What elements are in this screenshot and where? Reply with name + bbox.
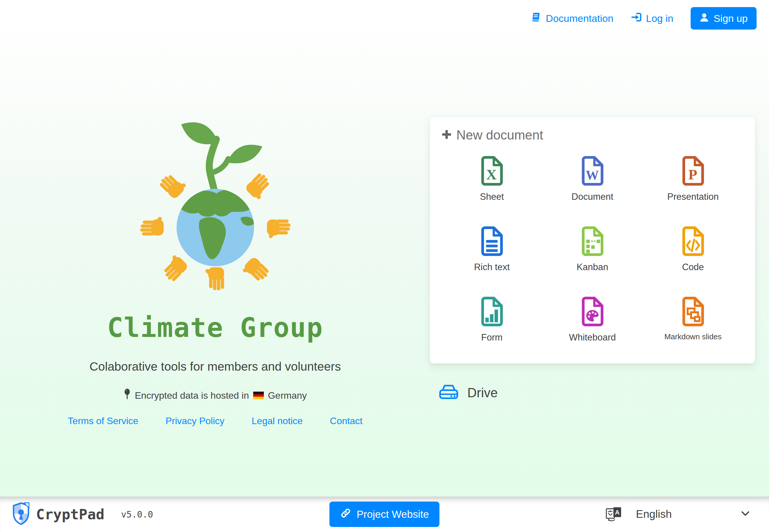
hosted-text: Encrypted data is hosted in: [135, 390, 249, 401]
drive-link[interactable]: Drive: [438, 384, 498, 402]
new-kanban-button[interactable]: Kanban: [542, 222, 643, 292]
richtext-label: Rich text: [474, 262, 510, 273]
cryptpad-home-link[interactable]: CryptPad v5.0.0: [12, 502, 153, 526]
signup-label: Sign up: [714, 13, 748, 24]
signup-button[interactable]: Sign up: [691, 7, 757, 30]
new-sheet-button[interactable]: X Sheet: [442, 151, 542, 222]
document-label: Document: [572, 192, 613, 202]
language-value: English: [636, 508, 672, 520]
documentation-label: Documentation: [546, 13, 613, 24]
new-document-header: New document: [442, 128, 743, 142]
whiteboard-file-icon: [580, 296, 605, 327]
form-file-icon: [480, 296, 504, 327]
hero: Climate Group Colaborative tools for mem…: [0, 0, 430, 426]
instance-title: Climate Group: [107, 312, 323, 343]
topbar: Documentation Log in Sign up: [531, 7, 757, 30]
new-code-button[interactable]: Code: [643, 222, 743, 292]
richtext-file-icon: [480, 226, 504, 257]
drive-label: Drive: [467, 385, 498, 400]
earth-hands-sprout-icon: [138, 109, 293, 290]
translate-icon: A: [606, 506, 622, 523]
login-link[interactable]: Log in: [631, 12, 674, 25]
plus-icon: [442, 128, 452, 142]
svg-text:X: X: [486, 166, 497, 183]
presentation-label: Presentation: [667, 192, 719, 202]
new-richtext-button[interactable]: Rich text: [442, 222, 542, 292]
footer: CryptPad v5.0.0 Project Website A: [0, 497, 769, 532]
new-document-button[interactable]: W Document: [542, 151, 643, 222]
whiteboard-label: Whiteboard: [569, 332, 616, 343]
svg-text:W: W: [586, 168, 599, 182]
cryptpad-shield-icon: [12, 502, 30, 526]
legal-notice-link[interactable]: Legal notice: [252, 416, 303, 426]
document-file-icon: W: [580, 155, 605, 186]
germany-flag-icon: [253, 392, 264, 399]
language-area: A English: [606, 503, 757, 526]
contact-link[interactable]: Contact: [330, 416, 362, 426]
climate-group-logo: [138, 109, 293, 291]
form-label: Form: [481, 332, 503, 343]
markdown-slides-label: Markdown slides: [664, 332, 722, 341]
code-file-icon: [681, 226, 705, 257]
location-pin-icon: [124, 388, 131, 403]
language-select[interactable]: English: [628, 503, 757, 526]
new-document-card: New document X Sheet W Document: [430, 117, 755, 364]
link-icon: [340, 507, 351, 521]
svg-text:P: P: [688, 166, 697, 183]
markdown-slides-file-icon: [681, 296, 705, 327]
sign-in-icon: [631, 12, 642, 25]
kanban-label: Kanban: [577, 262, 608, 273]
project-website-label: Project Website: [357, 508, 429, 520]
presentation-file-icon: P: [681, 155, 705, 186]
drive-icon: [438, 384, 459, 402]
svg-text:A: A: [615, 509, 620, 516]
sheet-file-icon: X: [480, 155, 504, 186]
chevron-down-icon: [741, 511, 749, 518]
login-label: Log in: [646, 13, 674, 24]
new-markdown-slides-button[interactable]: Markdown slides: [643, 292, 743, 362]
new-whiteboard-button[interactable]: Whiteboard: [542, 292, 643, 362]
legal-links: Terms of Service Privacy Policy Legal no…: [68, 416, 362, 426]
hosted-info: Encrypted data is hosted in Germany: [124, 388, 307, 403]
terms-link[interactable]: Terms of Service: [68, 416, 138, 426]
new-presentation-button[interactable]: P Presentation: [643, 151, 743, 222]
book-icon: [531, 12, 542, 25]
kanban-file-icon: [580, 226, 605, 257]
project-website-button[interactable]: Project Website: [329, 502, 440, 527]
version-label: v5.0.0: [121, 509, 153, 520]
new-form-button[interactable]: Form: [442, 292, 542, 362]
documentation-link[interactable]: Documentation: [531, 12, 613, 25]
instance-subtitle: Colaborative tools for members and volun…: [89, 360, 341, 374]
new-document-title: New document: [457, 128, 543, 142]
privacy-link[interactable]: Privacy Policy: [166, 416, 224, 426]
document-type-grid: X Sheet W Document P Presentation: [442, 151, 743, 362]
cryptpad-brand-label: CryptPad: [36, 506, 104, 523]
sheet-label: Sheet: [480, 192, 504, 202]
code-label: Code: [682, 262, 704, 273]
user-icon: [700, 12, 709, 24]
hosted-country: Germany: [268, 390, 307, 401]
